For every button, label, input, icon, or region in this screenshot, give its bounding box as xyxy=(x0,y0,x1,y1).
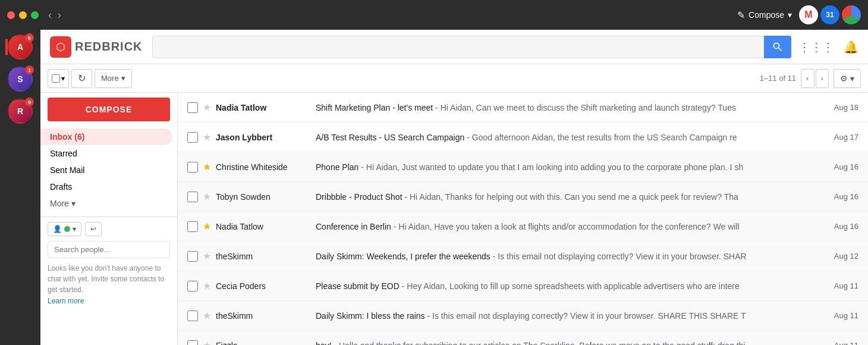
notifications-button[interactable]: 🔔 xyxy=(844,40,858,54)
email-preview: - Hi Aidan, Thanks for helping out with … xyxy=(402,192,738,202)
search-button[interactable] xyxy=(764,36,791,58)
close-traffic-light[interactable] xyxy=(7,11,15,19)
starred-label: Starred xyxy=(50,149,77,158)
email-checkbox[interactable] xyxy=(187,132,198,143)
email-sender: Fizzle xyxy=(216,341,311,346)
user-avatar-1[interactable]: A 6 xyxy=(8,34,33,59)
minimize-traffic-light[interactable] xyxy=(19,11,27,19)
inbox-label: Inbox (6) xyxy=(50,132,84,142)
drive-app-icon[interactable] xyxy=(842,5,861,24)
select-all-checkbox[interactable] xyxy=(52,74,60,83)
email-row[interactable]: ★Nadia TatlowShift Marketing Plan - let'… xyxy=(178,93,868,123)
more-button[interactable]: More ▾ xyxy=(95,69,132,88)
user-avatar-3[interactable]: R 9 xyxy=(8,99,33,124)
sidebar-item-starred[interactable]: Starred xyxy=(40,145,172,162)
compose-button[interactable]: COMPOSE xyxy=(48,98,170,121)
email-row[interactable]: ★theSkimmDaily Skimm: I bless the rains … xyxy=(178,301,868,331)
gmail-app-icon[interactable]: M xyxy=(799,5,818,24)
learn-more-link[interactable]: Learn more xyxy=(48,297,84,305)
forward-button[interactable]: › xyxy=(58,9,61,21)
chat-call-button[interactable]: ↩ xyxy=(85,222,102,236)
star-icon[interactable]: ★ xyxy=(203,250,211,262)
email-row[interactable]: ★Nadia TatlowConference in Berlin - Hi A… xyxy=(178,212,868,242)
email-checkbox[interactable] xyxy=(187,221,198,232)
email-row[interactable]: ★Fizzlehey! - Hello and thanks for subsc… xyxy=(178,331,868,345)
sidebar-item-drafts[interactable]: Drafts xyxy=(40,178,172,195)
email-checkbox[interactable] xyxy=(187,281,198,291)
chat-user-icon-button[interactable]: 👤 ▾ xyxy=(48,222,81,236)
email-row[interactable]: ★theSkimmDaily Skimm: Weekends, I prefer… xyxy=(178,242,868,271)
star-icon[interactable]: ★ xyxy=(203,161,211,172)
star-icon[interactable]: ★ xyxy=(203,191,211,202)
chat-empty-text: Looks like you don't have anyone to chat… xyxy=(48,263,170,295)
email-preview: - Hey Aidan, Looking to fill up some spr… xyxy=(400,281,740,291)
search-icon xyxy=(772,41,784,53)
search-input[interactable] xyxy=(152,36,764,58)
chat-dropdown-arrow: ▾ xyxy=(73,225,76,233)
redbrick-logo-icon: ⬡ xyxy=(50,36,71,58)
chat-area: 👤 ▾ ↩ Looks like you don't have anyone t… xyxy=(40,217,177,310)
chat-search-input[interactable] xyxy=(48,241,170,258)
back-button[interactable]: ‹ xyxy=(48,9,52,21)
gmail-logo-text: REDBRICK xyxy=(75,40,143,54)
star-icon[interactable]: ★ xyxy=(203,310,211,321)
star-icon[interactable]: ★ xyxy=(203,102,211,113)
chevron-down-icon: ▾ xyxy=(788,10,792,20)
email-date: Aug 11 xyxy=(834,311,858,320)
gmail-panel: ⬡ REDBRICK ⋮⋮⋮ 🔔 ▾ ↻ xyxy=(40,30,868,345)
email-preview: - Is this email not displaying correctly… xyxy=(425,311,746,321)
email-checkbox[interactable] xyxy=(187,340,198,346)
star-icon[interactable]: ★ xyxy=(203,340,211,345)
star-icon[interactable]: ★ xyxy=(203,280,211,291)
settings-button[interactable]: ⚙ ▾ xyxy=(834,69,861,88)
titlebar-compose-button[interactable]: ✎ Compose ▾ xyxy=(737,10,792,21)
titlebar-compose-label: Compose xyxy=(749,10,784,20)
gmail-toolbar: ▾ ↻ More ▾ 1–11 of 11 ‹ › ⚙ ▾ xyxy=(40,64,868,93)
email-subject: hey! xyxy=(316,341,331,346)
email-checkbox[interactable] xyxy=(187,310,198,321)
email-sender: Tobyn Sowden xyxy=(216,192,311,202)
pagination-arrows: ‹ › xyxy=(801,69,829,88)
sidebar-users: A 6 S 1 R 9 xyxy=(0,30,40,345)
email-sender: theSkimm xyxy=(216,252,311,261)
green-dot xyxy=(64,226,70,232)
apps-button[interactable]: ⋮⋮⋮ xyxy=(798,40,834,54)
star-icon[interactable]: ★ xyxy=(203,221,211,232)
calendar-app-icon[interactable]: 31 xyxy=(820,5,839,24)
sidebar-item-sent[interactable]: Sent Mail xyxy=(40,162,172,178)
email-body: Daily Skimm: I bless the rains - Is this… xyxy=(316,311,825,321)
user-avatar-2[interactable]: S 1 xyxy=(8,67,33,92)
email-sender: Jason Lybbert xyxy=(216,133,311,142)
compose-icon: ✎ xyxy=(737,10,745,21)
email-checkbox[interactable] xyxy=(187,251,198,262)
refresh-button[interactable]: ↻ xyxy=(71,69,92,88)
email-list: ★Nadia TatlowShift Marketing Plan - let'… xyxy=(177,93,868,345)
sidebar-item-inbox[interactable]: Inbox (6) xyxy=(40,128,172,145)
email-row[interactable]: ★Christine WhitesidePhone Plan - Hi Aida… xyxy=(178,152,868,182)
email-subject: Dribbble - Product Shot xyxy=(316,192,402,202)
settings-icon: ⚙ xyxy=(840,74,848,83)
email-body: hey! - Hello and thanks for subscribing … xyxy=(316,341,825,346)
next-page-button[interactable]: › xyxy=(816,69,829,88)
main-container: A 6 S 1 R 9 ⬡ REDBRICK xyxy=(0,30,868,345)
email-row[interactable]: ★Cecia PodersPlease submit by EOD - Hey … xyxy=(178,271,868,301)
email-row[interactable]: ★Tobyn SowdenDribbble - Product Shot - H… xyxy=(178,182,868,212)
star-icon[interactable]: ★ xyxy=(203,131,211,143)
pagination-text: 1–11 of 11 xyxy=(760,74,796,83)
email-checkbox[interactable] xyxy=(187,162,198,172)
email-checkbox[interactable] xyxy=(187,192,198,202)
email-date: Aug 17 xyxy=(834,133,858,142)
email-row[interactable]: ★Jason LybbertA/B Test Results - US Sear… xyxy=(178,123,868,152)
email-checkbox[interactable] xyxy=(187,102,198,113)
email-body: Shift Marketing Plan - let's meet - Hi A… xyxy=(316,103,825,112)
email-subject: Shift Marketing Plan - let's meet xyxy=(316,103,433,112)
email-body: Daily Skimm: Weekends, I prefer the week… xyxy=(316,252,825,261)
email-date: Aug 12 xyxy=(834,252,858,261)
email-subject: A/B Test Results - US Search Campaign xyxy=(316,133,464,142)
fullscreen-traffic-light[interactable] xyxy=(31,11,39,19)
prev-page-button[interactable]: ‹ xyxy=(801,69,814,88)
select-checkbox-button[interactable]: ▾ xyxy=(48,69,69,88)
sidebar-item-more[interactable]: More ▾ xyxy=(40,195,177,212)
avatar-notification-bar-1 xyxy=(5,39,8,55)
email-body: Dribbble - Product Shot - Hi Aidan, Than… xyxy=(316,192,825,202)
